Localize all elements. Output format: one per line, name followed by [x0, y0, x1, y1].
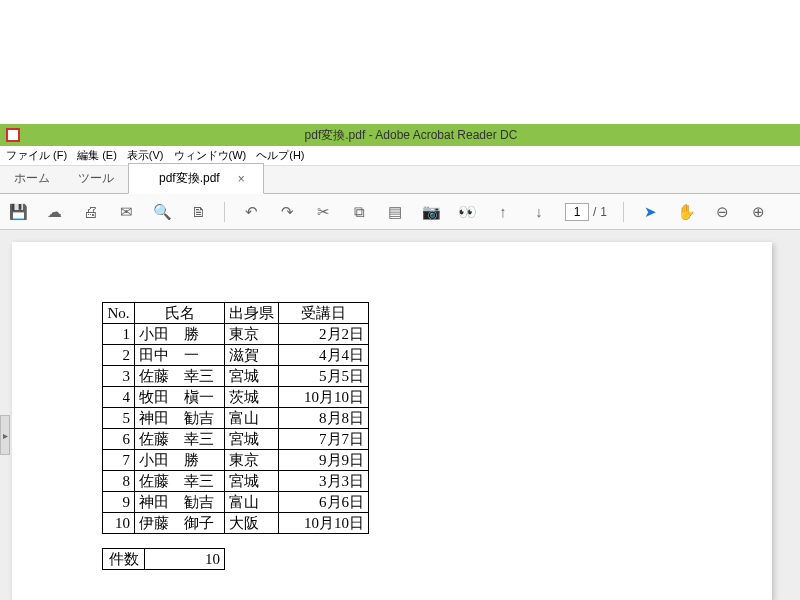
cell-pref: 宮城	[225, 471, 279, 492]
table-row: 6佐藤 幸三宮城7月7日	[103, 429, 369, 450]
table-row: 3佐藤 幸三宮城5月5日	[103, 366, 369, 387]
pdf-app-icon	[6, 128, 20, 142]
cell-no: 5	[103, 408, 135, 429]
cell-pref: 大阪	[225, 513, 279, 534]
cell-pref: 富山	[225, 492, 279, 513]
cell-pref: 宮城	[225, 366, 279, 387]
table-row: 2田中 一滋賀4月4日	[103, 345, 369, 366]
table-row: 9神田 勧吉富山6月6日	[103, 492, 369, 513]
page-total: 1	[600, 205, 607, 219]
plus-icon[interactable]: ⊕	[748, 202, 768, 222]
cut-icon[interactable]: ✂	[313, 202, 333, 222]
save-icon[interactable]: 💾	[8, 202, 28, 222]
count-table: 件数 10	[102, 548, 225, 570]
menu-file[interactable]: ファイル (F)	[4, 148, 69, 163]
window-titlebar: pdf変換.pdf - Adobe Acrobat Reader DC	[0, 124, 800, 146]
cell-pref: 滋賀	[225, 345, 279, 366]
menu-view[interactable]: 表示(V)	[125, 148, 166, 163]
cell-date: 7月7日	[279, 429, 369, 450]
tab-document-label: pdf変換.pdf	[159, 170, 220, 187]
header-name: 氏名	[135, 303, 225, 324]
page-current-input[interactable]	[565, 203, 589, 221]
table-row: 10伊藤 御子大阪10月10日	[103, 513, 369, 534]
blank-top-region	[0, 0, 800, 124]
table-row: 1小田 勝東京2月2日	[103, 324, 369, 345]
binoculars-icon[interactable]: 👀	[457, 202, 477, 222]
table-row: 5神田 勧吉富山8月8日	[103, 408, 369, 429]
cell-date: 9月9日	[279, 450, 369, 471]
cell-name: 田中 一	[135, 345, 225, 366]
count-value: 10	[145, 549, 225, 570]
table-row: 4牧田 槇一茨城10月10日	[103, 387, 369, 408]
cell-no: 7	[103, 450, 135, 471]
tab-close-icon[interactable]: ×	[238, 172, 245, 186]
cell-date: 2月2日	[279, 324, 369, 345]
page-icon[interactable]: ▤	[385, 202, 405, 222]
page-up-icon[interactable]: ↑	[493, 202, 513, 222]
pdf-page: No. 氏名 出身県 受講日 1小田 勝東京2月2日2田中 一滋賀4月4日3佐藤…	[12, 242, 772, 600]
toolbar: 💾 ☁ 🖨 ✉ 🔍 🗎 ↶ ↷ ✂ ⧉ ▤ 📷 👀 ↑ ↓ / 1 ➤ ✋ ⊖ …	[0, 194, 800, 230]
cell-date: 3月3日	[279, 471, 369, 492]
header-no: No.	[103, 303, 135, 324]
undo-icon[interactable]: ↶	[241, 202, 261, 222]
cell-no: 10	[103, 513, 135, 534]
menu-window[interactable]: ウィンドウ(W)	[172, 148, 249, 163]
cell-date: 8月8日	[279, 408, 369, 429]
hand-icon[interactable]: ✋	[676, 202, 696, 222]
toolbar-separator	[224, 202, 225, 222]
cell-date: 6月6日	[279, 492, 369, 513]
tab-document[interactable]: pdf変換.pdf ×	[128, 163, 264, 194]
pointer-icon[interactable]: ➤	[640, 202, 660, 222]
cell-date: 10月10日	[279, 387, 369, 408]
cell-no: 3	[103, 366, 135, 387]
cell-name: 牧田 槇一	[135, 387, 225, 408]
cloud-icon[interactable]: ☁	[44, 202, 64, 222]
cell-name: 神田 勧吉	[135, 408, 225, 429]
zoom-check-icon[interactable]: 🗎	[188, 202, 208, 222]
mail-icon[interactable]: ✉	[116, 202, 136, 222]
sidebar-handle[interactable]: ▸	[0, 415, 10, 455]
cell-date: 5月5日	[279, 366, 369, 387]
cell-pref: 宮城	[225, 429, 279, 450]
cell-no: 1	[103, 324, 135, 345]
tab-bar: ホーム ツール pdf変換.pdf ×	[0, 166, 800, 194]
cell-name: 佐藤 幸三	[135, 366, 225, 387]
page-indicator: / 1	[565, 203, 607, 221]
tab-tools[interactable]: ツール	[64, 164, 128, 193]
cell-no: 6	[103, 429, 135, 450]
tab-home[interactable]: ホーム	[0, 164, 64, 193]
menu-bar: ファイル (F) 編集 (E) 表示(V) ウィンドウ(W) ヘルプ(H)	[0, 146, 800, 166]
cell-no: 4	[103, 387, 135, 408]
window-title: pdf変換.pdf - Adobe Acrobat Reader DC	[28, 127, 794, 144]
redo-icon[interactable]: ↷	[277, 202, 297, 222]
cell-name: 神田 勧吉	[135, 492, 225, 513]
toolbar-separator	[623, 202, 624, 222]
page-separator: /	[593, 205, 596, 219]
cell-pref: 東京	[225, 324, 279, 345]
minus-icon[interactable]: ⊖	[712, 202, 732, 222]
cell-pref: 茨城	[225, 387, 279, 408]
header-date: 受講日	[279, 303, 369, 324]
table-row: 8佐藤 幸三宮城3月3日	[103, 471, 369, 492]
cell-no: 9	[103, 492, 135, 513]
zoom-out-icon[interactable]: 🔍	[152, 202, 172, 222]
cell-pref: 東京	[225, 450, 279, 471]
menu-help[interactable]: ヘルプ(H)	[254, 148, 306, 163]
count-label: 件数	[103, 549, 145, 570]
camera-icon[interactable]: 📷	[421, 202, 441, 222]
cell-date: 10月10日	[279, 513, 369, 534]
page-down-icon[interactable]: ↓	[529, 202, 549, 222]
cell-no: 2	[103, 345, 135, 366]
menu-edit[interactable]: 編集 (E)	[75, 148, 119, 163]
copy-icon[interactable]: ⧉	[349, 202, 369, 222]
cell-name: 伊藤 御子	[135, 513, 225, 534]
table-header-row: No. 氏名 出身県 受講日	[103, 303, 369, 324]
cell-date: 4月4日	[279, 345, 369, 366]
cell-pref: 富山	[225, 408, 279, 429]
print-icon[interactable]: 🖨	[80, 202, 100, 222]
data-table: No. 氏名 出身県 受講日 1小田 勝東京2月2日2田中 一滋賀4月4日3佐藤…	[102, 302, 369, 534]
cell-no: 8	[103, 471, 135, 492]
header-pref: 出身県	[225, 303, 279, 324]
document-area: ▸ No. 氏名 出身県 受講日 1小田 勝東京2月2日2田中 一滋賀4月4日3…	[0, 230, 800, 600]
table-row: 7小田 勝東京9月9日	[103, 450, 369, 471]
